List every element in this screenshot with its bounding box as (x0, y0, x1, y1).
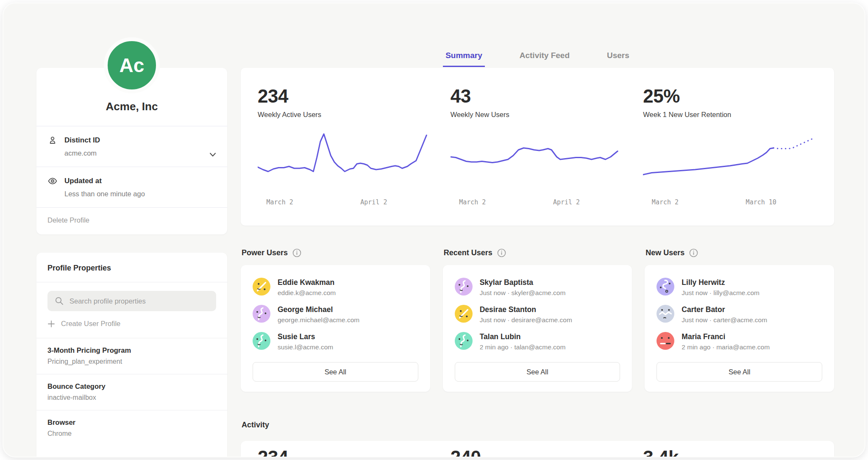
list-title: Power Users (242, 248, 288, 257)
user-name: Lilly Herwitz (682, 278, 760, 287)
tab-activity-feed[interactable]: Activity Feed (517, 51, 572, 67)
user-subtitle: Just now · desirare@acme.com (480, 316, 572, 324)
line-chart-week-1-new-user-retention (643, 129, 817, 192)
user-row-lilly-herwitz[interactable]: Lilly HerwitzJust now · lilly@acme.com (657, 278, 822, 297)
list-title: New Users (645, 248, 684, 257)
list-title: Recent Users (444, 248, 492, 257)
tab-summary[interactable]: Summary (443, 51, 485, 67)
user-row-george-michael[interactable]: George Michaelgeorge.michael@acme.com (253, 305, 418, 324)
user-name: Eddie Kwakman (278, 278, 336, 287)
user-subtitle: 2 min ago · talan@acme.com (480, 343, 566, 351)
user-subtitle: Just now · carter@acme.com (682, 316, 767, 324)
chart-x-axis: March 2March 10 (643, 198, 817, 209)
app-window: Ac Acme, Inc Distinct IDacme.comUpdated … (3, 3, 865, 457)
property-name: Bounce Category (47, 382, 216, 390)
property-row-3-month-pricing-program[interactable]: 3-Month Pricing ProgramPricing_plan_expe… (36, 338, 227, 374)
user-row-carter-bator[interactable]: Carter BatorJust now · carter@acme.com (657, 305, 822, 324)
user-row-desirae-stanton[interactable]: Desirae StantonJust now · desirare@acme.… (455, 305, 620, 324)
activity-stat-value: 240 (451, 447, 625, 457)
user-list-new-users: New UsersLilly HerwitzJust now · lilly@a… (645, 248, 834, 392)
list-header-new-users: New Users (645, 248, 834, 257)
user-subtitle: george.michael@acme.com (278, 316, 359, 324)
see-all-button-new-users[interactable]: See All (657, 362, 822, 382)
property-row-browser[interactable]: BrowserChrome (36, 410, 227, 446)
summary-stat-weekly-active-users: 234Weekly Active UsersMarch 2April 2 (258, 86, 432, 226)
user-avatar-face-icon (455, 305, 473, 323)
user-row-talan-lubin[interactable]: Talan Lubin2 min ago · talan@acme.com (455, 332, 620, 351)
user-avatar-face-icon (657, 305, 674, 323)
list-card: Eddie Kwakmaneddie.k@acme.comGeorge Mich… (241, 265, 430, 392)
user-avatar-face-icon (455, 278, 473, 296)
user-row-maria-franci[interactable]: Maria Franci2 min ago · maria@acme.com (657, 332, 822, 351)
user-subtitle: 2 min ago · maria@acme.com (682, 343, 770, 351)
property-value: inactive-mailbox (47, 394, 216, 401)
x-tick-label: April 2 (553, 198, 580, 206)
create-user-profile-button[interactable]: Create User Profile (47, 320, 216, 328)
activity-card: 2342403.4k (241, 441, 834, 457)
tab-bar: SummaryActivity FeedUsers (241, 51, 834, 67)
see-all-button-recent-users[interactable]: See All (455, 362, 620, 382)
search-input[interactable] (70, 297, 209, 305)
list-header-recent-users: Recent Users (444, 248, 632, 257)
user-avatar-face-icon (253, 278, 270, 296)
info-row-value: Less than one minute ago (64, 190, 216, 198)
user-name: Maria Franci (682, 332, 770, 341)
user-name: Desirae Stanton (480, 305, 572, 314)
list-card: Lilly HerwitzJust now · lilly@acme.comCa… (645, 265, 834, 392)
user-avatar-face-icon (657, 332, 674, 350)
x-tick-label: March 2 (267, 198, 293, 206)
delete-profile-button[interactable]: Delete Profile (36, 207, 227, 234)
summary-stat-week-1-new-user-retention: 25%Week 1 New User RetentionMarch 2March… (643, 86, 817, 226)
x-tick-label: March 10 (746, 198, 776, 206)
user-subtitle: Just now · skyler@acme.com (480, 289, 566, 297)
plus-icon (47, 320, 55, 328)
property-value: Chrome (47, 430, 216, 438)
property-name: Browser (47, 418, 216, 427)
info-row-label: Updated at (64, 177, 102, 185)
user-row-eddie-kwakman[interactable]: Eddie Kwakmaneddie.k@acme.com (253, 278, 418, 297)
user-name: Skylar Baptista (480, 278, 566, 287)
see-all-button-power-users[interactable]: See All (253, 362, 418, 382)
chart-x-axis: March 2April 2 (258, 198, 432, 209)
chevron-down-icon[interactable] (209, 153, 216, 157)
company-avatar: Ac (104, 37, 160, 93)
info-row-label: Distinct ID (64, 136, 100, 145)
chart-x-axis: March 2April 2 (451, 198, 625, 209)
summary-stat-weekly-new-users: 43Weekly New UsersMarch 2April 2 (451, 86, 625, 226)
search-icon (54, 296, 64, 306)
list-header-power-users: Power Users (242, 248, 430, 257)
info-row-value: acme.com (64, 149, 216, 157)
user-row-skylar-baptista[interactable]: Skylar BaptistaJust now · skyler@acme.co… (455, 278, 620, 297)
profile-properties-card: Profile Properties Create User Profile 3… (36, 253, 227, 457)
line-chart-weekly-new-users (451, 129, 625, 192)
activity-stat-value: 3.4k (643, 447, 817, 457)
info-icon[interactable] (497, 248, 506, 257)
property-value: Pricing_plan_experiment (47, 358, 216, 365)
info-icon[interactable] (689, 248, 698, 257)
stat-value: 43 (451, 86, 625, 107)
tab-users[interactable]: Users (604, 51, 632, 67)
user-list-recent-users: Recent UsersSkylar BaptistaJust now · sk… (443, 248, 632, 392)
x-tick-label: April 2 (360, 198, 387, 206)
property-row-bounce-category[interactable]: Bounce Categoryinactive-mailbox (36, 374, 227, 410)
list-card: Skylar BaptistaJust now · skyler@acme.co… (443, 265, 632, 392)
user-avatar-face-icon (657, 278, 674, 296)
stat-label: Weekly Active Users (258, 111, 432, 119)
summary-card: 234Weekly Active UsersMarch 2April 243We… (241, 68, 834, 226)
profile-info-row-distinct-id: Distinct IDacme.com (36, 126, 227, 167)
user-row-susie-lars[interactable]: Susie Larssusie.l@acme.com (253, 332, 418, 351)
eye-icon (47, 176, 58, 186)
profile-properties-search[interactable] (47, 291, 216, 311)
company-name: Acme, Inc (36, 100, 227, 126)
user-avatar-face-icon (253, 332, 270, 350)
user-subtitle: susie.l@acme.com (278, 343, 333, 351)
distinct-id-dropdown-toggle[interactable] (209, 151, 216, 159)
user-subtitle: eddie.k@acme.com (278, 289, 336, 297)
info-icon[interactable] (292, 248, 301, 257)
profile-properties-title: Profile Properties (36, 264, 227, 282)
user-name: Talan Lubin (480, 332, 566, 341)
divider (36, 282, 227, 282)
stat-value: 25% (643, 86, 817, 107)
company-avatar-wrap: Ac (104, 37, 160, 93)
x-tick-label: March 2 (652, 198, 679, 206)
